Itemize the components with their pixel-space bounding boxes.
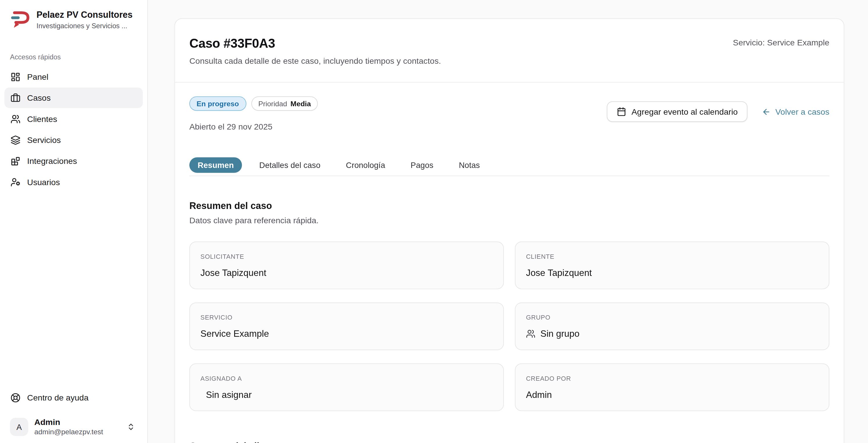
info-card-value-text: Sin grupo (540, 327, 580, 340)
info-card-label: SERVICIO (200, 314, 493, 321)
tab-resumen[interactable]: Resumen (189, 157, 242, 173)
info-card-value: Admin (526, 388, 818, 401)
info-card-value: Sin asignar (200, 388, 493, 401)
help-center-label: Centro de ayuda (27, 393, 88, 402)
case-body: En progreso Prioridad Media Abierto el 2… (175, 83, 843, 443)
info-card-label: SOLICITANTE (200, 253, 493, 261)
info-card-cliente: CLIENTE Jose Tapizquent (515, 242, 829, 289)
sidebar-item-label: Panel (27, 72, 48, 81)
info-card-value: Service Example (200, 327, 493, 340)
app-root: Pelaez PV Consultores Investigaciones y … (0, 0, 868, 443)
calendar-icon (617, 107, 626, 116)
tab-notas[interactable]: Notas (451, 157, 488, 173)
chevrons-up-down-icon (127, 423, 135, 431)
status-badge: En progreso (189, 96, 246, 111)
info-card-value: Jose Tapizquent (526, 267, 818, 279)
page-title: Caso #33F0A3 (189, 35, 441, 52)
sidebar-section-label: Accesos rápidos (10, 53, 138, 61)
add-calendar-event-button[interactable]: Agregar evento al calendario (607, 101, 748, 122)
tab-pagos[interactable]: Pagos (402, 157, 441, 173)
brand-tagline: Investigaciones y Servicios ... (37, 22, 133, 30)
contact-heading: Contacto del cliente (189, 440, 829, 443)
summary-section: Resumen del caso Datos clave para refere… (189, 200, 829, 411)
life-buoy-icon (10, 393, 20, 403)
info-card-servicio: SERVICIO Service Example (189, 302, 504, 350)
sidebar-item-label: Servicios (27, 135, 61, 144)
sidebar-item-label: Integraciones (27, 156, 77, 166)
avatar: A (10, 418, 28, 436)
case-meta-row: En progreso Prioridad Media Abierto el 2… (189, 96, 829, 132)
service-context: Servicio: Service Example (733, 37, 830, 48)
case-header: Caso #33F0A3 Consulta cada detalle de es… (175, 19, 843, 83)
summary-heading: Resumen del caso (189, 200, 829, 212)
blocks-icon (10, 156, 20, 166)
briefcase-icon (10, 93, 20, 103)
info-card-label: ASIGNADO A (200, 375, 493, 382)
arrow-left-icon (762, 107, 771, 116)
sidebar-item-label: Clientes (27, 114, 57, 123)
brand-text: Pelaez PV Consultores Investigaciones y … (37, 9, 133, 30)
info-card-label: GRUPO (526, 314, 818, 321)
tab-detalles-del-caso[interactable]: Detalles del caso (251, 157, 329, 173)
case-header-text: Caso #33F0A3 Consulta cada detalle de es… (189, 35, 441, 66)
sidebar-item-usuarios[interactable]: Usuarios (4, 172, 143, 192)
sidebar-item-servicios[interactable]: Servicios (4, 129, 143, 150)
info-card-asignado-a: ASIGNADO A Sin asignar (189, 363, 504, 411)
info-card-label: CLIENTE (526, 253, 818, 261)
summary-cards-grid: SOLICITANTE Jose Tapizquent CLIENTE Jose… (189, 242, 829, 411)
opened-date-text: Abierto el 29 nov 2025 (189, 121, 318, 132)
sidebar-item-clientes[interactable]: Clientes (4, 109, 143, 129)
user-name: Admin (34, 417, 121, 427)
tab-cronologia[interactable]: Cronología (337, 157, 393, 173)
info-card-value: Sin grupo (526, 327, 818, 340)
priority-badge: Prioridad Media (251, 96, 318, 111)
sidebar: Pelaez PV Consultores Investigaciones y … (0, 0, 148, 443)
brand-logo-icon (10, 9, 30, 31)
sidebar-item-label: Casos (27, 93, 51, 102)
info-card-solicitante: SOLICITANTE Jose Tapizquent (189, 242, 504, 289)
users-icon (10, 114, 20, 124)
brand-name: Pelaez PV Consultores (37, 9, 133, 20)
sidebar-item-help-center[interactable]: Centro de ayuda (9, 387, 138, 408)
priority-label: Prioridad (258, 100, 287, 108)
sidebar-item-casos[interactable]: Casos (4, 88, 143, 108)
info-card-creado-por: CREADO POR Admin (515, 363, 829, 411)
user-email: admin@pelaezpv.test (34, 427, 121, 436)
user-meta: Admin admin@pelaezpv.test (34, 417, 121, 437)
badge-row: En progreso Prioridad Media (189, 96, 318, 111)
priority-value: Media (290, 100, 311, 108)
page-subtitle: Consulta cada detalle de este caso, incl… (189, 55, 441, 66)
info-card-grupo: GRUPO Sin grupo (515, 302, 829, 350)
layers-icon (10, 135, 20, 145)
contact-section: Contacto del cliente Comunícate con tu c… (189, 440, 829, 443)
case-meta-actions: Agregar evento al calendario Volver a ca… (607, 101, 829, 122)
layout-dashboard-icon (10, 71, 20, 82)
user-menu[interactable]: A Admin admin@pelaezpv.test (9, 415, 138, 439)
users-icon (526, 329, 535, 338)
sidebar-item-label: Usuarios (27, 177, 60, 186)
back-to-cases-label: Volver a casos (775, 107, 830, 116)
add-calendar-event-label: Agregar evento al calendario (631, 107, 738, 116)
info-card-value: Jose Tapizquent (200, 267, 493, 279)
summary-description: Datos clave para referencia rápida. (189, 215, 829, 226)
case-card: Caso #33F0A3 Consulta cada detalle de es… (175, 18, 844, 443)
user-cog-icon (10, 177, 20, 187)
case-meta-left: En progreso Prioridad Media Abierto el 2… (189, 96, 318, 132)
back-to-cases-link[interactable]: Volver a casos (762, 107, 829, 116)
main-content: Caso #33F0A3 Consulta cada detalle de es… (148, 0, 868, 443)
sidebar-spacer (9, 192, 138, 387)
sidebar-item-integraciones[interactable]: Integraciones (4, 151, 143, 171)
brand: Pelaez PV Consultores Investigaciones y … (9, 9, 138, 31)
case-tabs: Resumen Detalles del caso Cronología Pag… (189, 157, 829, 176)
info-card-label: CREADO POR (526, 375, 818, 382)
sidebar-item-panel[interactable]: Panel (4, 66, 143, 87)
sidebar-nav: Panel Casos Clientes Servicios (4, 66, 143, 192)
